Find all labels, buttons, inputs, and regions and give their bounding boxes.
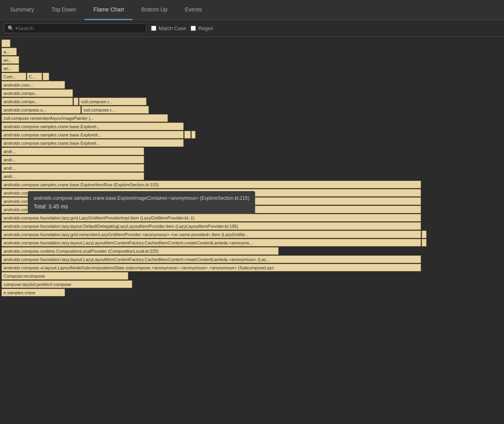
- flame-row: androidx.compose.runtime.CompositionLoca…: [2, 247, 502, 255]
- flame-row: Compose:recompose: [2, 272, 502, 280]
- flame-row: androidx.compose.foundation.lazy.layout.…: [2, 238, 502, 246]
- flame-block[interactable]: [43, 73, 49, 80]
- flame-block[interactable]: [422, 231, 426, 238]
- tab-bottom-up[interactable]: Bottom Up: [133, 0, 176, 20]
- flame-block[interactable]: andr...: [2, 156, 144, 163]
- flame-row: andr...: [2, 164, 502, 172]
- flame-block[interactable]: C...: [27, 73, 42, 80]
- flame-row: androidx.compose.ui.layout.LayoutNodeSub…: [2, 263, 502, 271]
- match-case-checkbox[interactable]: [151, 26, 156, 31]
- search-bar: 🔍 ▾ Match Case Regex: [0, 20, 504, 37]
- flame-row: androidx.compose.foundation.lazy.grid.re…: [2, 230, 502, 238]
- flame-row: Com...C...: [2, 72, 502, 80]
- flame-row: andr...: [2, 147, 502, 155]
- flame-row: androidx.compose.samples.crane.base.Expl…: [2, 131, 502, 138]
- flame-row: compose:lazylist:prefetch:compose: [2, 280, 502, 288]
- flame-row: an...: [2, 56, 502, 64]
- tooltip-title: androidx.compose.samples.crane.base.Expl…: [34, 195, 249, 201]
- flame-block[interactable]: Com...: [2, 73, 26, 80]
- flame-block[interactable]: androidx.compose.foundation.lazy.grid.La…: [2, 214, 421, 221]
- flame-row: [2, 39, 502, 47]
- flame-block[interactable]: coil.compose.rememberAsyncImagePainter (…: [2, 114, 168, 122]
- match-case-label: Match Case: [159, 25, 186, 31]
- flame-block[interactable]: androidx.compose.samples.crane.base.Expl…: [2, 123, 184, 130]
- search-input-wrapper[interactable]: 🔍 ▾: [4, 23, 146, 33]
- flame-row: androidx.compose.samples.crane.base.Expl…: [2, 139, 502, 147]
- flame-block[interactable]: andr...: [2, 148, 144, 155]
- regex-label: Regex: [198, 25, 213, 31]
- flame-block[interactable]: [2, 40, 10, 47]
- flame-row: androidx.compose.foundation.lazy.grid.La…: [2, 214, 502, 221]
- flame-block[interactable]: androidx.compose.runtime.CompositionLoca…: [2, 247, 279, 255]
- flame-block[interactable]: androidx.compose.foundation.lazy.grid.re…: [2, 231, 421, 238]
- search-icon: 🔍: [8, 25, 14, 31]
- flame-row: androidx.compose.samples.crane.base.Expl…: [2, 122, 502, 130]
- flame-block[interactable]: [191, 131, 195, 138]
- flame-row: coil.compose.rememberAsyncImagePainter (…: [2, 114, 502, 122]
- flame-block[interactable]: coil.compose.r...: [81, 106, 149, 114]
- flame-block[interactable]: [184, 131, 191, 138]
- tab-bar: Summary Top Down Flame Chart Bottom Up E…: [0, 0, 504, 20]
- flame-block[interactable]: androidx.compose.foundation.lazy.layout.…: [2, 239, 421, 246]
- flame-row: androidx.compose.foundation.lazy.layout.…: [2, 255, 502, 263]
- flame-block[interactable]: an...: [2, 64, 19, 72]
- flame-block[interactable]: compose:lazylist:prefetch:compose: [2, 280, 132, 288]
- regex-option[interactable]: Regex: [191, 25, 213, 31]
- flame-row: androidx.compose.foundation.lazy.layout.…: [2, 222, 502, 230]
- flame-row: e.samples.crane: [2, 288, 502, 296]
- flame-block[interactable]: androidx.compose.foundation.lazy.layout.…: [2, 256, 421, 263]
- regex-checkbox[interactable]: [191, 26, 196, 31]
- flame-row: androidx.com...: [2, 81, 502, 89]
- flame-block[interactable]: coil.compose.r...: [79, 98, 146, 105]
- flame-block[interactable]: androidx.compose.samples.crane.base.Expl…: [2, 181, 421, 188]
- search-input[interactable]: [17, 25, 143, 31]
- flame-row: an...: [2, 64, 502, 72]
- flame-block[interactable]: e.samples.crane: [2, 289, 65, 296]
- flame-block[interactable]: androidx.compose.u...: [2, 106, 81, 114]
- flame-block[interactable]: a...: [2, 48, 17, 55]
- flame-block[interactable]: androidx.compose.ui.layout.LayoutNodeSub…: [2, 264, 421, 271]
- flame-block[interactable]: andr...: [2, 164, 144, 172]
- flame-chart-area: a...an...an...Com...C...androidx.com...a…: [0, 37, 504, 299]
- flame-block[interactable]: [422, 239, 426, 246]
- flame-block[interactable]: Compose:recompose: [2, 272, 128, 280]
- tooltip-total: Total: 3.45 ms: [34, 203, 249, 210]
- flame-row: androidx.compose.samples.crane.base.Expl…: [2, 180, 502, 188]
- flame-block[interactable]: andr...: [2, 172, 144, 180]
- flame-row: andr...: [2, 155, 502, 163]
- flame-row: androidx.compo...: [2, 89, 502, 97]
- flame-block[interactable]: androidx.compo...: [2, 98, 73, 105]
- tab-summary[interactable]: Summary: [2, 0, 43, 20]
- tab-flame-chart[interactable]: Flame Chart: [85, 0, 133, 20]
- tab-events[interactable]: Events: [176, 0, 210, 20]
- flame-block[interactable]: [74, 98, 78, 105]
- flame-block[interactable]: androidx.compose.foundation.lazy.layout.…: [2, 222, 421, 230]
- flame-block[interactable]: androidx.compose.samples.crane.base.Expl…: [2, 131, 184, 138]
- flame-block[interactable]: androidx.compo...: [2, 89, 73, 97]
- flame-block[interactable]: androidx.com...: [2, 81, 65, 89]
- flame-row: androidx.compose.u...coil.compose.r...: [2, 106, 502, 114]
- flame-block[interactable]: an...: [2, 56, 19, 64]
- flame-tooltip: androidx.compose.samples.crane.base.Expl…: [28, 191, 255, 214]
- flame-row: androidx.compo...coil.compose.r...: [2, 97, 502, 105]
- flame-row: andr...: [2, 172, 502, 180]
- flame-row: a...: [2, 47, 502, 55]
- match-case-option[interactable]: Match Case: [151, 25, 186, 31]
- tab-top-down[interactable]: Top Down: [43, 0, 85, 20]
- flame-block[interactable]: androidx.compose.samples.crane.base.Expl…: [2, 139, 184, 147]
